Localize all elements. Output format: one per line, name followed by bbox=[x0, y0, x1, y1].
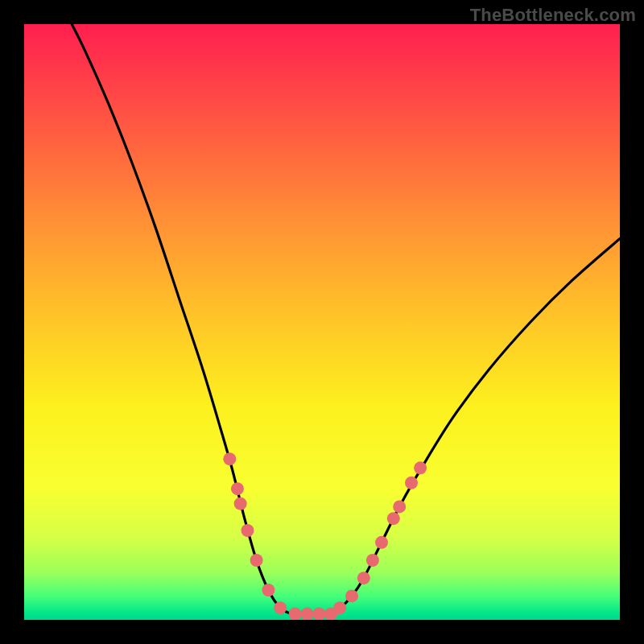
data-marker bbox=[223, 452, 236, 465]
data-marker bbox=[250, 554, 263, 567]
data-marker bbox=[375, 536, 388, 549]
markers-group bbox=[223, 452, 427, 620]
data-marker bbox=[333, 601, 346, 614]
data-marker bbox=[262, 584, 275, 597]
data-marker bbox=[234, 497, 247, 510]
data-marker bbox=[345, 589, 358, 602]
chart-svg bbox=[24, 24, 620, 620]
data-marker bbox=[366, 554, 379, 567]
data-marker bbox=[357, 572, 370, 584]
data-marker bbox=[312, 608, 325, 620]
data-marker bbox=[242, 524, 254, 537]
data-marker bbox=[414, 461, 427, 474]
data-marker bbox=[387, 512, 400, 525]
chart-frame: TheBottleneck.com bbox=[0, 0, 644, 644]
watermark-text: TheBottleneck.com bbox=[470, 5, 636, 26]
data-marker bbox=[274, 601, 287, 614]
data-marker bbox=[405, 477, 418, 489]
data-marker bbox=[393, 500, 406, 513]
data-marker bbox=[231, 482, 244, 495]
data-marker bbox=[289, 608, 302, 620]
data-marker bbox=[301, 608, 314, 620]
plot-area bbox=[24, 24, 620, 620]
curve-path bbox=[72, 24, 620, 614]
